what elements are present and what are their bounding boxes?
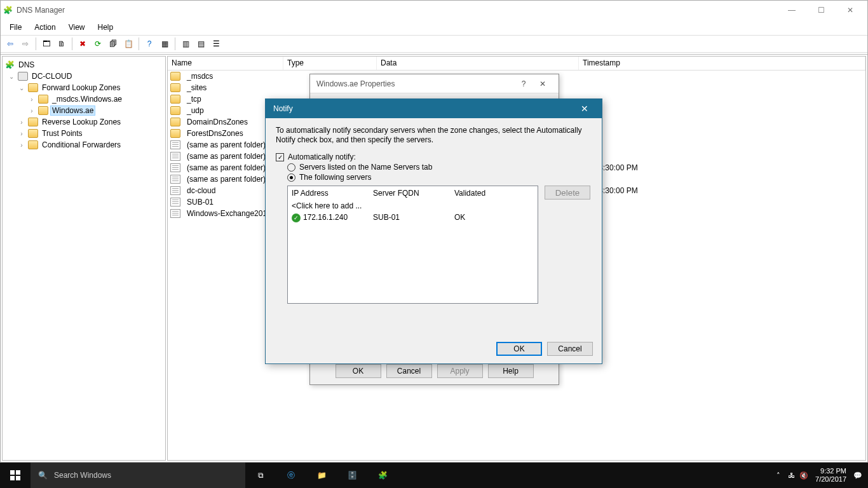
menu-file[interactable]: File [4, 22, 27, 32]
record-icon [170, 209, 180, 218]
filter-icon[interactable]: ▦ [158, 37, 172, 51]
explorer-icon[interactable]: 📁 [306, 463, 337, 488]
folder-icon [38, 95, 48, 104]
refresh-icon[interactable]: ⟳ [91, 37, 105, 51]
start-button[interactable] [0, 463, 31, 488]
tree-pane[interactable]: 🧩 DNS ⌄ DC-CLOUD ⌄ Forward Lookup Zones … [2, 56, 166, 461]
add-ip-row[interactable]: <Click here to add ... [288, 200, 538, 212]
tray-up-icon[interactable]: ˄ [772, 471, 785, 480]
menu-view[interactable]: View [64, 22, 90, 32]
folder-icon [170, 118, 180, 126]
notify-radio-group: Servers listed on the Name Servers tab T… [287, 163, 592, 182]
delete-button[interactable]: Delete [545, 186, 590, 200]
back-icon[interactable]: ⇦ [3, 37, 17, 51]
menu-help[interactable]: Help [93, 22, 119, 32]
separator [36, 37, 36, 50]
expand-icon[interactable]: › [18, 142, 25, 149]
dns-icon: 🧩 [5, 60, 15, 69]
folder-icon [28, 129, 38, 138]
properties-icon[interactable]: 📋 [121, 37, 135, 51]
folder-icon [170, 72, 180, 81]
ie-icon[interactable]: ⓔ [276, 463, 306, 488]
help-icon[interactable]: ? [142, 37, 156, 51]
add-ip-hint: <Click here to add ... [288, 201, 369, 210]
view3-icon[interactable]: ☰ [209, 37, 223, 51]
help-icon[interactable]: ? [514, 79, 533, 88]
radio-nameservers[interactable]: Servers listed on the Name Servers tab [287, 163, 592, 172]
props-help-button[interactable]: Help [488, 364, 534, 378]
search-box[interactable]: 🔍 Search Windows [31, 463, 245, 488]
tree-zone-windowsae[interactable]: › Windows.ae [3, 105, 165, 116]
col-validated[interactable]: Validated [451, 186, 538, 200]
auto-notify-checkbox[interactable]: ✓ Automatically notify: [276, 152, 592, 161]
expand-icon[interactable]: › [28, 107, 36, 114]
notifications-icon[interactable]: 💬 [851, 471, 864, 480]
folder-icon [170, 95, 180, 104]
col-fqdn[interactable]: Server FQDN [369, 186, 451, 200]
col-data[interactable]: Data [377, 57, 579, 70]
export-icon[interactable]: 🗐 [106, 37, 120, 51]
menu-bar: File Action View Help [1, 20, 867, 35]
tree-cf[interactable]: › Conditional Forwarders [3, 139, 165, 151]
volume-icon[interactable]: 🔇 [797, 471, 810, 480]
taskview-icon[interactable]: ⧉ [245, 463, 276, 488]
notify-ok-button[interactable]: OK [496, 342, 542, 356]
auto-notify-label: Automatically notify: [288, 152, 356, 161]
col-name[interactable]: Name [168, 57, 283, 70]
close-icon[interactable]: ✕ [575, 104, 594, 114]
radio-icon [287, 163, 295, 172]
props-ok-button[interactable]: OK [336, 364, 381, 378]
tree-flz[interactable]: ⌄ Forward Lookup Zones [3, 82, 165, 93]
svg-rect-0 [10, 470, 15, 475]
expand-icon[interactable]: › [18, 119, 25, 126]
col-ip[interactable]: IP Address [288, 186, 369, 200]
props-cancel-button[interactable]: Cancel [386, 364, 432, 378]
expand-icon[interactable]: › [18, 130, 25, 137]
clock[interactable]: 9:32 PM 7/20/2017 [810, 467, 851, 484]
menu-action[interactable]: Action [29, 22, 60, 32]
collapse-icon[interactable]: ⌄ [18, 85, 25, 92]
maximize-button[interactable]: ☐ [806, 1, 836, 20]
servers-list[interactable]: IP Address Server FQDN Validated <Click … [287, 186, 538, 304]
tree-server[interactable]: ⌄ DC-CLOUD [3, 71, 165, 82]
col-timestamp[interactable]: Timestamp [579, 57, 865, 70]
tree-zone-msdcs[interactable]: › _msdcs.Windows.ae [3, 93, 165, 105]
server-ip: ✓172.16.1.240 [288, 213, 369, 222]
folder-icon [170, 106, 180, 115]
notify-cancel-button[interactable]: Cancel [547, 342, 593, 356]
tree-label: Forward Lookup Zones [41, 83, 121, 92]
new-window-icon[interactable]: 🗔 [39, 37, 53, 51]
dns-manager-icon[interactable]: 🧩 [367, 463, 398, 488]
collapse-icon[interactable]: ⌄ [8, 73, 15, 80]
expand-icon[interactable]: › [28, 96, 36, 103]
col-type[interactable]: Type [283, 57, 377, 70]
record-icon [170, 163, 180, 172]
new-record-icon[interactable]: 🗎 [55, 37, 69, 51]
folder-icon [28, 140, 38, 149]
svg-rect-2 [10, 476, 15, 480]
delete-icon[interactable]: ✖ [76, 37, 90, 51]
close-button[interactable]: ✕ [836, 1, 865, 20]
tree-label: Reverse Lookup Zones [41, 118, 122, 126]
search-icon: 🔍 [38, 471, 48, 480]
task-icons: ⧉ ⓔ 📁 🗄️ 🧩 [245, 463, 398, 488]
view1-icon[interactable]: ▥ [179, 37, 193, 51]
servers-rows: <Click here to add ... ✓172.16.1.240 SUB… [288, 200, 538, 223]
minimize-button[interactable]: — [777, 1, 806, 20]
forward-icon[interactable]: ⇨ [18, 37, 32, 51]
network-icon[interactable]: 🖧 [785, 471, 797, 479]
close-icon[interactable]: ✕ [533, 79, 552, 88]
props-apply-button[interactable]: Apply [437, 364, 483, 378]
record-icon [170, 152, 180, 161]
server-manager-icon[interactable]: 🗄️ [337, 463, 367, 488]
properties-titlebar[interactable]: Windows.ae Properties ? ✕ [310, 74, 559, 93]
view2-icon[interactable]: ▤ [194, 37, 208, 51]
svg-rect-3 [16, 476, 20, 480]
server-row[interactable]: ✓172.16.1.240 SUB-01 OK [288, 212, 538, 223]
notify-titlebar[interactable]: Notify ✕ [266, 99, 602, 118]
tree-tp[interactable]: › Trust Points [3, 128, 165, 139]
title-bar: 🧩 DNS Manager — ☐ ✕ [1, 1, 867, 20]
tree-root[interactable]: 🧩 DNS [3, 59, 165, 71]
tree-rlz[interactable]: › Reverse Lookup Zones [3, 116, 165, 128]
radio-following[interactable]: The following servers [287, 173, 592, 182]
